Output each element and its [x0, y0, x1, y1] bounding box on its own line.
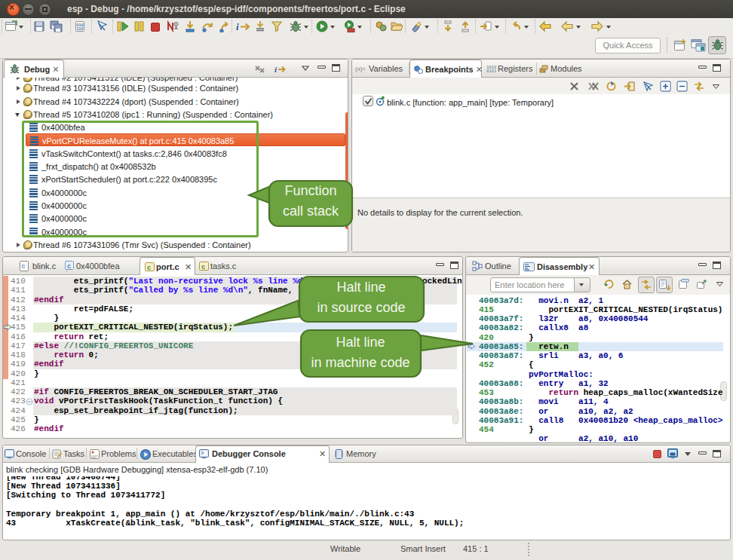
- svg-text:i: i: [274, 65, 278, 74]
- svg-text:0101: 0101: [486, 69, 496, 73]
- svg-text:c: c: [22, 262, 26, 270]
- svg-text:110: 110: [77, 26, 84, 31]
- svg-text:(x)=: (x)=: [355, 66, 366, 72]
- svg-text:c: c: [201, 263, 205, 271]
- svg-text:c: c: [67, 262, 71, 270]
- svg-text:i: i: [236, 21, 239, 32]
- svg-text:c: c: [147, 264, 151, 271]
